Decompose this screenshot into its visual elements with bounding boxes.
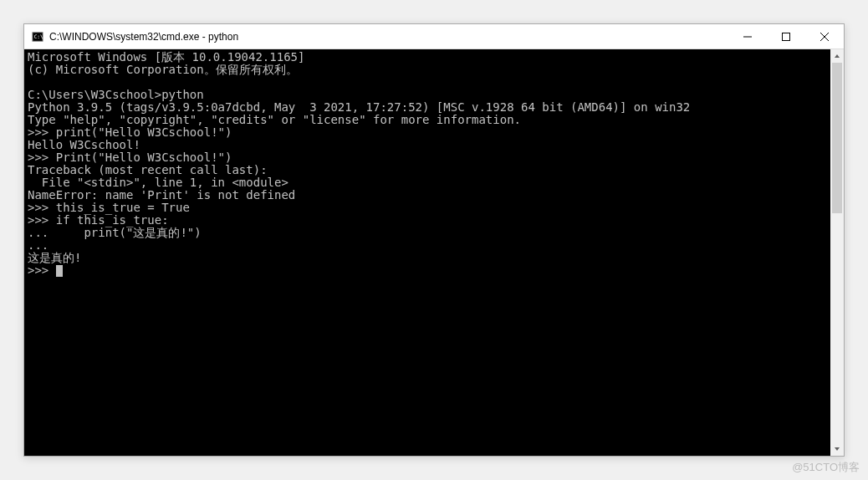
- scroll-up-button[interactable]: [830, 49, 844, 63]
- svg-text:C:\: C:\: [34, 33, 43, 38]
- titlebar[interactable]: C:\ C:\WINDOWS\system32\cmd.exe - python: [24, 24, 844, 49]
- minimize-button[interactable]: [728, 24, 767, 49]
- svg-rect-3: [783, 33, 790, 40]
- vertical-scrollbar[interactable]: [830, 49, 844, 456]
- cmd-icon: C:\: [31, 30, 44, 43]
- terminal-wrapper: Microsoft Windows [版本 10.0.19042.1165] (…: [24, 49, 844, 456]
- svg-marker-7: [835, 447, 840, 451]
- scroll-down-button[interactable]: [830, 442, 844, 456]
- terminal-output[interactable]: Microsoft Windows [版本 10.0.19042.1165] (…: [24, 49, 830, 456]
- window-controls: [728, 24, 844, 49]
- maximize-button[interactable]: [767, 24, 805, 49]
- window-title: C:\WINDOWS\system32\cmd.exe - python: [49, 31, 728, 43]
- scroll-track[interactable]: [830, 63, 844, 442]
- svg-marker-6: [835, 54, 840, 58]
- scroll-thumb[interactable]: [832, 63, 842, 213]
- watermark: @51CTO博客: [792, 460, 860, 475]
- cmd-window: C:\ C:\WINDOWS\system32\cmd.exe - python…: [23, 23, 845, 457]
- close-button[interactable]: [805, 24, 844, 49]
- cursor: [56, 265, 63, 277]
